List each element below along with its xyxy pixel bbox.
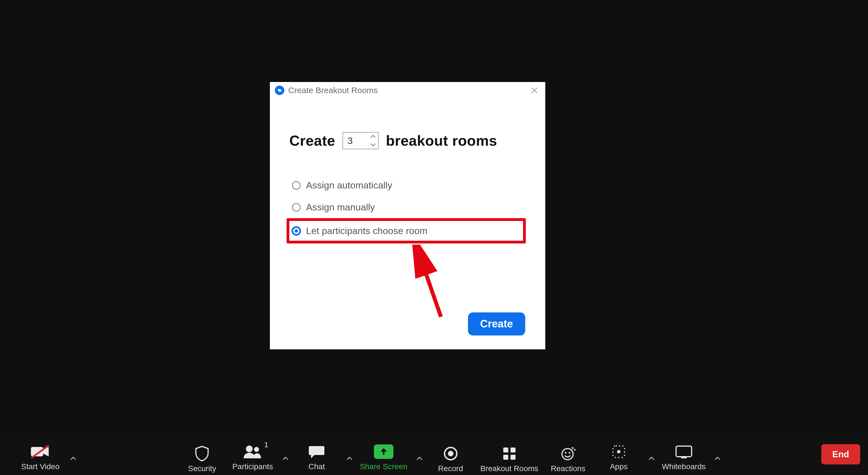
apps-more[interactable]: [646, 442, 657, 475]
option-label: Assign automatically: [306, 180, 392, 191]
chevron-up-icon: [648, 455, 655, 462]
dialog-title: Create Breakout Rooms: [288, 86, 378, 95]
svg-point-19: [617, 450, 620, 453]
toolbar-label: Security: [188, 464, 216, 473]
record-icon: [443, 446, 458, 462]
record-button[interactable]: Record: [425, 431, 476, 475]
share-screen-more[interactable]: [414, 442, 425, 475]
breakout-rooms-icon: [502, 446, 517, 462]
annotation-highlight-box: Let participants choose room: [286, 218, 526, 243]
toolbar-label: Apps: [610, 462, 628, 471]
whiteboards-more[interactable]: [712, 442, 723, 475]
breakout-rooms-button[interactable]: Breakout Rooms: [476, 431, 543, 475]
chevron-up-icon: [370, 135, 376, 138]
apps-icon: [611, 444, 626, 460]
participants-count-badge: 1: [264, 441, 268, 449]
participants-icon: 1: [243, 444, 262, 460]
option-assign-manually[interactable]: Assign manually: [289, 196, 526, 218]
option-participants-choose[interactable]: Let participants choose room: [291, 224, 521, 237]
whiteboards-button[interactable]: Whiteboards: [657, 430, 710, 475]
dialog-footer: Create: [468, 312, 525, 336]
shield-icon: [195, 446, 209, 462]
dialog-titlebar: Create Breakout Rooms: [270, 82, 545, 99]
svg-rect-12: [510, 447, 516, 452]
start-video-more[interactable]: [67, 442, 79, 475]
assignment-options: Assign automatically Assign manually: [289, 174, 526, 243]
toolbar-label: Reactions: [551, 464, 586, 473]
svg-rect-21: [681, 457, 687, 458]
room-count-step-down[interactable]: [370, 142, 376, 147]
svg-point-8: [254, 447, 259, 452]
video-off-icon: [30, 444, 50, 460]
meeting-toolbar: Start Video Security 1: [0, 433, 868, 475]
reactions-icon: [560, 446, 576, 462]
start-video-button[interactable]: Start Video: [15, 430, 66, 475]
participants-button[interactable]: 1 Participants: [227, 430, 278, 475]
whiteboard-icon: [675, 444, 693, 460]
svg-point-15: [562, 449, 573, 460]
svg-point-0: [292, 181, 300, 189]
chat-more[interactable]: [344, 442, 355, 475]
svg-point-17: [569, 452, 570, 453]
chevron-down-icon: [370, 143, 376, 147]
create-suffix-label: breakout rooms: [386, 132, 497, 149]
chevron-up-icon: [416, 455, 423, 462]
toolbar-label: Participants: [232, 462, 273, 471]
option-assign-automatically[interactable]: Assign automatically: [289, 174, 526, 196]
reactions-button[interactable]: Reactions: [543, 431, 593, 475]
chevron-up-icon: [282, 455, 289, 462]
toolbar-label: Whiteboards: [662, 462, 706, 471]
svg-rect-14: [510, 455, 516, 460]
svg-rect-13: [503, 455, 508, 460]
room-count-input[interactable]: [343, 133, 370, 149]
chevron-up-icon: [346, 455, 353, 462]
svg-point-16: [565, 452, 566, 453]
apps-button[interactable]: Apps: [593, 430, 644, 475]
create-button[interactable]: Create: [468, 312, 525, 336]
chat-button[interactable]: Chat: [291, 430, 342, 475]
toolbar-label: Record: [438, 464, 463, 473]
share-screen-button[interactable]: Share Screen: [355, 430, 412, 475]
toolbar-label: Start Video: [21, 462, 60, 471]
svg-rect-20: [676, 446, 692, 457]
create-breakout-rooms-dialog: Create Breakout Rooms Create: [270, 82, 545, 349]
security-button[interactable]: Security: [177, 431, 227, 475]
chat-icon: [308, 444, 325, 460]
radio-selected-icon: [291, 226, 301, 236]
create-prefix-label: Create: [289, 132, 335, 149]
dialog-body: Create breakout rooms: [270, 99, 545, 243]
svg-point-10: [448, 451, 454, 456]
room-count-step-up[interactable]: [370, 134, 376, 139]
participants-more[interactable]: [280, 442, 291, 475]
room-count-spinner[interactable]: [342, 132, 379, 149]
room-count-row: Create breakout rooms: [289, 132, 526, 149]
close-icon: [530, 86, 538, 95]
toolbar-label: Chat: [309, 462, 325, 471]
toolbar-label: Breakout Rooms: [480, 464, 538, 473]
end-meeting-button[interactable]: End: [821, 444, 860, 465]
toolbar-label: Share Screen: [360, 462, 407, 471]
svg-point-7: [246, 445, 253, 452]
option-label: Let participants choose room: [306, 226, 428, 236]
chevron-up-icon: [714, 455, 721, 462]
svg-point-3: [294, 229, 298, 233]
svg-rect-11: [503, 447, 508, 452]
chevron-up-icon: [70, 455, 76, 462]
close-button[interactable]: [529, 84, 540, 96]
radio-icon: [291, 203, 301, 212]
zoom-logo-icon: [275, 86, 284, 95]
svg-point-1: [292, 203, 300, 211]
option-label: Assign manually: [306, 202, 375, 213]
share-screen-icon: [374, 444, 393, 460]
radio-icon: [291, 181, 301, 190]
